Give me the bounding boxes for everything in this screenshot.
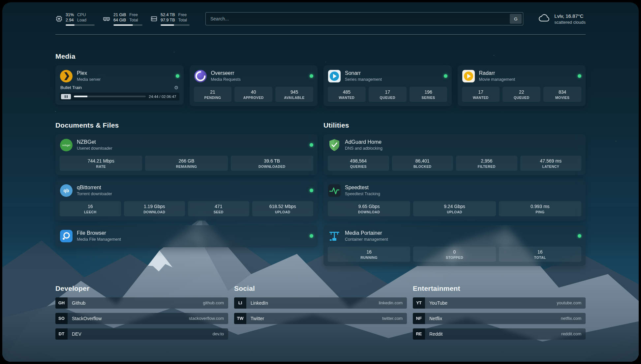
app-name: File Browser — [77, 230, 121, 236]
stat-seed: 471SEED — [188, 201, 249, 216]
weather-widget: Lviv, 16.87°C scattered clouds — [538, 13, 586, 25]
search-bar[interactable]: G — [205, 12, 523, 25]
app-name: NZBGet — [77, 139, 112, 145]
bookmark-url: github.com — [203, 300, 224, 305]
system-stats: 31% 2.94 CPU Load — [55, 12, 190, 26]
sonarr-icon — [328, 70, 341, 83]
app-card-sonarr[interactable]: Sonarr Series management 485WANTED 17QUE… — [323, 65, 452, 106]
entertainment-section-title: Entertainment — [413, 285, 586, 292]
stat-queued: 22QUEUED — [503, 87, 540, 102]
app-subtitle: Torrent downloader — [77, 192, 112, 196]
app-card-radarr[interactable]: Radarr Movie management 17WANTED 22QUEUE… — [458, 65, 586, 106]
ram-total-label: Total — [129, 17, 138, 23]
bookmark-url: twitter.com — [382, 316, 403, 321]
plex-icon — [60, 70, 73, 83]
bookmark-netflix[interactable]: NF Netflix netflix.com — [413, 313, 586, 324]
stat-download: 9.65 GbpsDOWNLOAD — [328, 201, 410, 216]
bookmark-name: Netflix — [429, 316, 442, 321]
stat-wanted: 485WANTED — [328, 87, 366, 102]
app-card-plex[interactable]: Plex Media server Bullet Train ⚙ — [55, 65, 184, 105]
memory-progress-bar — [113, 24, 142, 26]
adguard-icon — [328, 138, 341, 152]
bookmark-stackoverflow[interactable]: SO StackOverflow stackoverflow.com — [55, 313, 228, 324]
app-card-filebrowser[interactable]: File Browser Media File Management — [55, 225, 318, 247]
stat-upload: 9.24 GbpsUPLOAD — [413, 201, 496, 216]
storage-progress-bar — [161, 24, 190, 26]
bookmark-badge: YT — [413, 297, 425, 309]
bookmark-url: dev.to — [213, 331, 224, 336]
app-subtitle: Movie management — [479, 77, 515, 82]
bookmark-url: reddit.com — [561, 331, 581, 336]
stat-downloaded: 39.6 TBDOWNLOADED — [231, 156, 313, 171]
app-name: qBittorrent — [77, 185, 112, 191]
bookmark-badge: DT — [55, 328, 68, 340]
weather-location: Lviv, 16.87°C — [554, 13, 586, 19]
documents-section-title: Documents & Files — [55, 121, 318, 129]
radarr-icon — [462, 70, 475, 83]
stat-movies: 834MOVIES — [543, 87, 581, 102]
settings-gear-icon[interactable]: ⚙ — [174, 85, 178, 90]
dashboard-screen: 31% 2.94 CPU Load — [2, 2, 639, 362]
playback-progress[interactable] — [74, 96, 146, 97]
bookmark-youtube[interactable]: YT YouTube youtube.com — [413, 297, 586, 309]
stat-series: 196SERIES — [410, 87, 447, 102]
app-card-adguard[interactable]: AdGuard Home DNS and adblocking 498,564Q… — [323, 134, 586, 175]
section-social: Social LI LinkedIn linkedin.com TW Twitt… — [234, 285, 407, 340]
app-card-portainer[interactable]: Media Portainer Container management 16R… — [323, 225, 586, 266]
stat-running: 16RUNNING — [328, 247, 410, 262]
app-name: Media Portainer — [345, 230, 388, 236]
app-name: AdGuard Home — [345, 139, 382, 145]
app-subtitle: Container management — [345, 237, 388, 242]
stat-total: 16TOTAL — [499, 247, 581, 262]
stat-pending: 21PENDING — [194, 87, 232, 102]
qbittorrent-icon: qb — [60, 184, 73, 197]
utilities-section-title: Utilities — [323, 121, 586, 129]
stat-available: 945AVAILABLE — [275, 87, 313, 102]
cpu-load-value: 2.94 — [66, 17, 74, 23]
disk-free-label: Free — [178, 12, 187, 17]
bookmark-reddit[interactable]: RE Reddit reddit.com — [413, 328, 586, 340]
stat-approved: 40APPROVED — [234, 87, 272, 102]
status-online-dot — [310, 74, 313, 78]
section-developer: Developer GH Github github.com SO StackO… — [55, 285, 228, 340]
status-online-dot — [176, 74, 179, 78]
app-card-nzbget[interactable]: nzbget NZBGet Usenet downloader 744.21 M… — [55, 134, 318, 175]
app-name: Overseerr — [211, 70, 241, 76]
stat-upload: 618.52 MbpsUPLOAD — [252, 201, 314, 216]
app-subtitle: Series management — [345, 77, 382, 82]
weather-condition: scattered clouds — [554, 20, 586, 25]
stat-latency: 47.569 msLATENCY — [520, 156, 582, 171]
bookmark-linkedin[interactable]: LI LinkedIn linkedin.com — [234, 297, 407, 309]
app-name: Plex — [77, 70, 101, 76]
section-utilities: Utilities AdGu — [323, 121, 586, 266]
app-card-qbittorrent[interactable]: qb qBittorrent Torrent downloader 16LEEC… — [55, 180, 318, 221]
bookmark-dev[interactable]: DT DEV dev.to — [55, 328, 228, 340]
search-engine-button[interactable]: G — [510, 14, 522, 24]
app-card-speedtest[interactable]: Speedtest Speedtest Tracking 9.65 GbpsDO… — [323, 180, 586, 221]
pause-button[interactable] — [61, 94, 71, 99]
ram-icon — [103, 15, 110, 22]
cpu-percent: 31% — [66, 12, 74, 17]
developer-section-title: Developer — [55, 285, 228, 292]
bookmark-name: Twitter — [251, 316, 264, 321]
search-input[interactable] — [210, 16, 510, 22]
top-bar: 31% 2.94 CPU Load — [55, 12, 586, 26]
social-section-title: Social — [234, 285, 407, 292]
app-card-overseerr[interactable]: Overseerr Media Requests 21PENDING 40APP… — [190, 65, 318, 106]
load-label: Load — [77, 17, 86, 23]
stat-wanted: 17WANTED — [462, 87, 500, 102]
cpu-progress-bar — [66, 24, 95, 26]
status-online-dot — [310, 234, 313, 238]
app-name: Sonarr — [345, 70, 382, 76]
bookmark-twitter[interactable]: TW Twitter twitter.com — [234, 313, 407, 324]
cpu-label: CPU — [77, 12, 86, 17]
stat-rate: 744.21 MbpsRATE — [60, 156, 142, 171]
disk-total-label: Total — [178, 17, 187, 23]
status-online-dot — [578, 74, 581, 78]
bookmark-github[interactable]: GH Github github.com — [55, 297, 228, 309]
disk-total-value: 97.9 TB — [161, 17, 175, 23]
svg-text:nzbget: nzbget — [62, 144, 71, 147]
app-subtitle: Usenet downloader — [77, 146, 112, 151]
stat-ping: 0.993 msPING — [499, 201, 581, 216]
bookmark-badge: NF — [413, 313, 425, 324]
